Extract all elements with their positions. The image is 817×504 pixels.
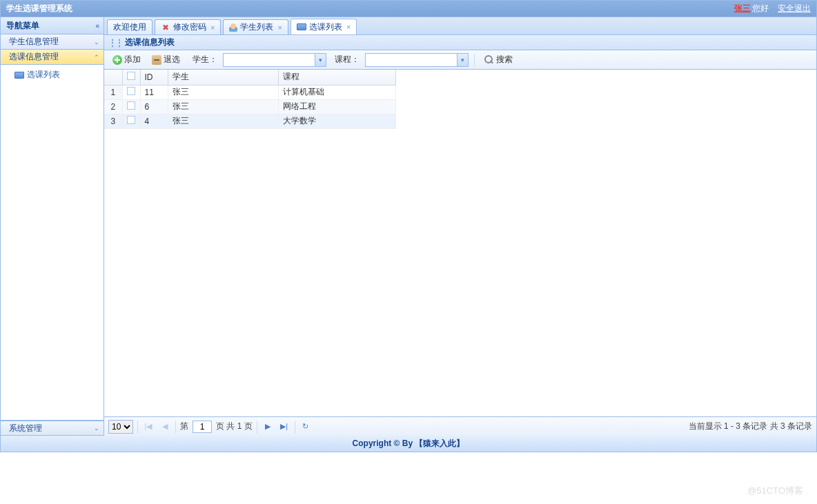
cell-rownum: 3 [104, 114, 122, 128]
user-icon [229, 23, 237, 32]
panel-title-text: 选课信息列表 [125, 37, 175, 48]
panel-header: ⋮⋮ 选课信息列表 [104, 35, 816, 50]
sidebar-item-label: 选课列表 [27, 69, 60, 81]
close-icon[interactable]: × [277, 23, 282, 32]
row-checkbox[interactable] [127, 116, 135, 124]
toolbar: 添加 退选 学生： ▾ 课程： ▾ 搜索 [104, 50, 816, 70]
tab-welcome[interactable]: 欢迎使用 [107, 19, 152, 34]
app-titlebar: 学生选课管理系统 张三您好 安全退出 [0, 0, 817, 17]
course-combo[interactable]: ▾ [365, 53, 469, 67]
pager: 10 |◀ ◀ 第 页 共 1 页 ▶ ▶| ↻ 当前显示 1 - 3 条记录 … [104, 416, 816, 436]
tab-course-list[interactable]: 选课列表 × [291, 19, 357, 34]
cell-student: 张三 [168, 99, 278, 114]
pager-info: 当前显示 1 - 3 条记录 共 3 条记录 [689, 421, 812, 432]
tab-label: 选课列表 [309, 21, 342, 33]
sidebar: 导航菜单 « 学生信息管理 ⌄ 选课信息管理 ⌃ 选课列表 系统管理 ⌄ [1, 17, 104, 436]
cell-rownum: 2 [104, 99, 122, 114]
student-input[interactable] [223, 53, 326, 67]
table-row[interactable]: 3 4 张三 大学数学 [104, 114, 395, 128]
button-label: 退选 [164, 54, 180, 65]
user-area: 张三您好 安全退出 [734, 3, 811, 14]
tab-strip: 欢迎使用 ✖ 修改密码 × 学生列表 × 选课列表 × [104, 17, 816, 35]
username[interactable]: 张三 [734, 3, 751, 13]
footer: Copyright © By 【猿来入此】 [0, 436, 817, 452]
row-checkbox[interactable] [127, 101, 135, 110]
grip-icon: ⋮⋮ [108, 38, 122, 48]
chevron-down-icon: ⌄ [94, 425, 99, 432]
last-page-button[interactable]: ▶| [278, 421, 291, 433]
row-checkbox[interactable] [127, 87, 135, 95]
close-icon[interactable]: × [210, 23, 215, 32]
dropdown-icon[interactable]: ▾ [457, 54, 468, 66]
first-page-button[interactable]: |◀ [142, 421, 155, 433]
trash-icon [152, 55, 161, 65]
book-icon [14, 72, 24, 79]
col-rownum [104, 70, 122, 85]
data-grid: ID 学生 课程 1 11 张三 计算机基础 2 [104, 70, 816, 416]
sidebar-section-course[interactable]: 选课信息管理 ⌃ [1, 50, 104, 65]
search-button[interactable]: 搜索 [480, 52, 517, 67]
book-icon [297, 23, 306, 30]
sidebar-section-student[interactable]: 学生信息管理 ⌄ [1, 34, 104, 50]
plus-icon [112, 55, 122, 65]
checkbox-all[interactable] [127, 72, 135, 80]
search-icon [484, 55, 494, 65]
app-title: 学生选课管理系统 [6, 3, 72, 14]
add-button[interactable]: 添加 [108, 52, 145, 67]
watermark: @51CTO博客 [747, 485, 803, 497]
next-page-button[interactable]: ▶ [262, 421, 274, 433]
cell-course: 网络工程 [278, 99, 395, 114]
cell-student: 张三 [168, 85, 278, 99]
button-label: 添加 [124, 54, 141, 65]
prev-page-button[interactable]: ◀ [159, 421, 171, 433]
main-area: 欢迎使用 ✖ 修改密码 × 学生列表 × 选课列表 × ⋮⋮ 选课信息列表 [104, 17, 816, 436]
collapse-icon[interactable]: « [95, 22, 99, 30]
sidebar-section-label: 学生信息管理 [9, 36, 59, 48]
tab-password[interactable]: ✖ 修改密码 × [155, 19, 221, 34]
tab-label: 学生列表 [240, 21, 273, 33]
col-id[interactable]: ID [140, 70, 168, 85]
sidebar-section-system[interactable]: 系统管理 ⌄ [1, 421, 104, 436]
tab-label: 修改密码 [173, 21, 206, 33]
grid-header-row: ID 学生 课程 [104, 70, 395, 85]
cell-course: 计算机基础 [278, 85, 395, 99]
page-size-select[interactable]: 10 [108, 420, 133, 434]
course-input[interactable] [365, 53, 469, 67]
col-student[interactable]: 学生 [168, 70, 278, 85]
logout-link[interactable]: 安全退出 [778, 3, 811, 13]
button-label: 搜索 [496, 54, 513, 65]
col-checkbox[interactable] [122, 70, 140, 85]
dropdown-icon[interactable]: ▾ [315, 54, 326, 66]
tab-label: 欢迎使用 [113, 21, 146, 33]
table-row[interactable]: 1 11 张三 计算机基础 [104, 85, 395, 99]
remove-button[interactable]: 退选 [148, 52, 184, 67]
sidebar-title-text: 导航菜单 [6, 20, 39, 32]
wrench-icon: ✖ [161, 23, 170, 32]
col-course[interactable]: 课程 [278, 70, 395, 85]
student-filter-label: 学生： [193, 54, 217, 65]
sidebar-section-label: 选课信息管理 [9, 51, 59, 63]
table-row[interactable]: 2 6 张三 网络工程 [104, 99, 395, 114]
tab-students[interactable]: 学生列表 × [223, 19, 288, 34]
cell-id: 11 [140, 85, 168, 99]
chevron-down-icon: ⌄ [94, 39, 99, 46]
cell-id: 4 [140, 114, 168, 128]
close-icon[interactable]: × [346, 23, 351, 31]
course-filter-label: 课程： [335, 54, 360, 65]
chevron-up-icon: ⌃ [94, 54, 99, 61]
cell-rownum: 1 [104, 85, 122, 99]
greeting: 您好 [752, 3, 769, 13]
sidebar-section-label: 系统管理 [9, 423, 42, 434]
cell-course: 大学数学 [278, 114, 395, 128]
page-suffix: 页 共 1 页 [216, 421, 253, 432]
sidebar-title: 导航菜单 « [1, 17, 104, 34]
cell-id: 6 [140, 99, 168, 114]
page-prefix: 第 [180, 421, 188, 432]
refresh-button[interactable]: ↻ [299, 421, 312, 433]
footer-text: Copyright © By 【猿来入此】 [353, 438, 465, 450]
student-combo[interactable]: ▾ [223, 53, 326, 67]
cell-student: 张三 [168, 114, 278, 128]
page-input[interactable] [193, 421, 212, 433]
sidebar-item-course-list[interactable]: 选课列表 [1, 65, 104, 85]
